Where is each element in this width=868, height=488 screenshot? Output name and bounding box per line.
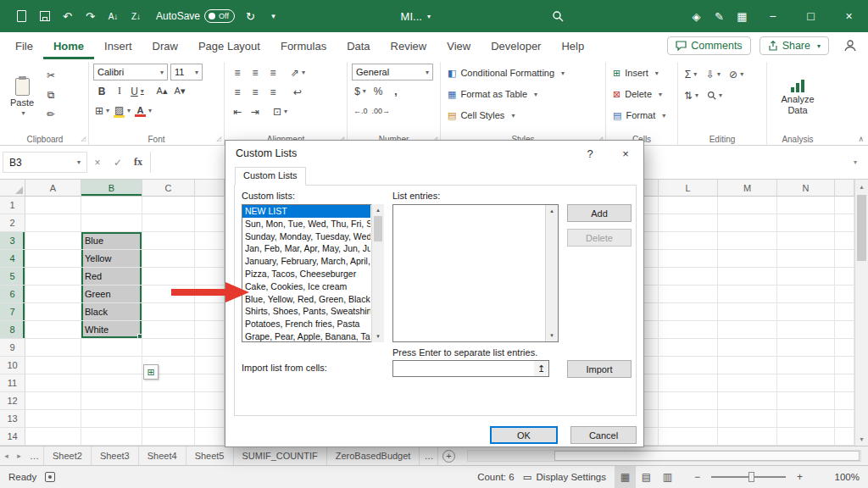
tab-page-layout[interactable]: Page Layout — [188, 32, 270, 59]
cell-D7[interactable] — [195, 303, 225, 321]
undo-button[interactable]: ↶ — [56, 0, 79, 32]
orientation-button[interactable]: ⇗▾ — [289, 64, 307, 81]
cell-D9[interactable] — [195, 339, 225, 357]
cell-M11[interactable] — [718, 374, 777, 392]
cell-A9[interactable] — [25, 339, 81, 357]
close-button[interactable]: × — [830, 0, 868, 32]
underline-button[interactable]: U▾ — [129, 82, 146, 100]
row-header-5[interactable]: 5 — [0, 268, 25, 286]
insert-function-button[interactable]: fx — [128, 152, 148, 173]
cell-D1[interactable] — [195, 197, 225, 214]
zoom-in-button[interactable]: + — [789, 466, 810, 488]
custom-list-item-6[interactable]: Cake, Cookies, Ice cream — [242, 280, 370, 293]
cell-D10[interactable] — [195, 357, 225, 374]
cell-A13[interactable] — [25, 410, 81, 428]
custom-list-item-4[interactable]: January, February, March, April, Ma — [242, 255, 370, 268]
page-layout-view-button[interactable]: ▤ — [636, 466, 657, 488]
cell-M6[interactable] — [718, 286, 777, 303]
cancel-entry-button[interactable]: × — [87, 152, 108, 173]
cell-O8[interactable] — [835, 321, 854, 339]
ok-button[interactable]: OK — [490, 426, 558, 444]
cell-A2[interactable] — [25, 214, 81, 232]
cell-O1[interactable] — [835, 197, 854, 214]
cell-O5[interactable] — [835, 268, 854, 286]
cell-N5[interactable] — [777, 268, 835, 286]
cell-L9[interactable] — [659, 339, 718, 357]
column-header-N[interactable]: N — [777, 180, 835, 197]
column-header-partial-far-right[interactable] — [835, 180, 854, 197]
column-header-L[interactable]: L — [659, 180, 718, 197]
cell-D12[interactable] — [195, 392, 225, 410]
cell-M5[interactable] — [718, 268, 777, 286]
cell-A4[interactable] — [25, 250, 81, 268]
designer-button[interactable]: ◈ — [685, 0, 708, 32]
cell-O6[interactable] — [835, 286, 854, 303]
scroll-up-icon[interactable]: ▴ — [855, 180, 868, 193]
list-entries-scrollbar[interactable]: ▴ ▾ — [545, 205, 558, 341]
cell-L4[interactable] — [659, 250, 718, 268]
column-header-A[interactable]: A — [25, 180, 81, 197]
scroll-up-icon[interactable]: ▴ — [546, 205, 558, 217]
cell-M12[interactable] — [718, 392, 777, 410]
cell-M14[interactable] — [718, 428, 777, 446]
cell-D4[interactable] — [195, 250, 225, 268]
page-break-view-button[interactable]: ▥ — [657, 466, 678, 488]
cell-A14[interactable] — [25, 428, 81, 446]
font-dialog-launcher[interactable]: ◿ — [217, 136, 221, 142]
increase-indent-button[interactable]: ⇥ — [247, 103, 264, 120]
autofill-options-button[interactable]: ⊞ — [143, 364, 159, 380]
accounting-format-button[interactable]: $▾ — [352, 82, 369, 100]
cell-L10[interactable] — [659, 357, 718, 374]
tab-insert[interactable]: Insert — [94, 32, 142, 59]
row-header-7[interactable]: 7 — [0, 303, 25, 321]
align-center-button[interactable]: ≡ — [247, 83, 264, 101]
dialog-title-bar[interactable]: Custom Lists ? × — [225, 141, 643, 166]
cell-M7[interactable] — [718, 303, 777, 321]
custom-list-item-0[interactable]: NEW LIST — [242, 205, 370, 218]
format-cells-button[interactable]: ▤Format▾ — [610, 106, 673, 125]
dialog-close-button[interactable]: × — [608, 141, 643, 166]
range-picker-button[interactable]: ↥ — [534, 360, 549, 377]
cell-L13[interactable] — [659, 410, 718, 428]
cell-N1[interactable] — [777, 197, 835, 214]
add-button[interactable]: Add — [567, 204, 632, 222]
cell-N3[interactable] — [777, 232, 835, 250]
minimize-button[interactable]: − — [754, 0, 792, 32]
increase-decimal-button[interactable]: ←.0 — [352, 102, 370, 119]
comma-style-button[interactable]: , — [387, 82, 404, 100]
cell-O4[interactable] — [835, 250, 854, 268]
name-box[interactable]: B3▾ — [3, 152, 87, 173]
custom-list-item-9[interactable]: Potatoes, French fries, Pasta — [242, 318, 370, 330]
redo-button[interactable]: ↷ — [79, 0, 102, 32]
hidden-sheets-left-ellipsis[interactable]: … — [25, 446, 44, 465]
copy-button[interactable]: ⧉ — [42, 86, 59, 103]
cell-L7[interactable] — [659, 303, 718, 321]
horizontal-scrollbar[interactable] — [467, 450, 861, 462]
custom-lists-scroll-thumb[interactable] — [374, 216, 382, 241]
normal-view-button[interactable]: ▦ — [615, 466, 636, 488]
custom-list-item-10[interactable]: Grape, Pear, Apple, Banana, Tanger — [242, 330, 370, 342]
align-left-button[interactable]: ≡ — [229, 83, 246, 101]
row-header-11[interactable]: 11 — [0, 374, 25, 392]
cell-C8[interactable] — [142, 321, 195, 339]
row-header-6[interactable]: 6 — [0, 286, 25, 303]
tab-custom-lists[interactable]: Custom Lists — [235, 167, 306, 186]
cell-K7[interactable] — [644, 303, 659, 321]
cell-M13[interactable] — [718, 410, 777, 428]
panes-button[interactable]: ▦ — [731, 0, 754, 32]
delete-button[interactable]: Delete — [567, 229, 632, 247]
decrease-indent-button[interactable]: ⇤ — [229, 103, 246, 120]
cell-B12[interactable] — [81, 392, 142, 410]
list-entries-textarea[interactable]: ▴ ▾ — [392, 204, 559, 342]
fill-color-button[interactable]: ▨▾ — [112, 102, 132, 119]
sheet-tab-Sheet5[interactable]: Sheet5 — [186, 446, 234, 465]
hidden-sheets-right-ellipsis[interactable]: … — [420, 446, 438, 465]
column-header-B[interactable]: B — [81, 180, 142, 197]
cell-O11[interactable] — [835, 374, 854, 392]
cell-B7[interactable]: Black — [81, 303, 142, 321]
cell-C12[interactable] — [142, 392, 195, 410]
cancel-button[interactable]: Cancel — [570, 426, 637, 444]
column-header-M[interactable]: M — [718, 180, 777, 197]
expand-formula-bar-button[interactable]: ▾ — [845, 152, 865, 173]
align-bottom-button[interactable]: ≡ — [264, 64, 281, 81]
